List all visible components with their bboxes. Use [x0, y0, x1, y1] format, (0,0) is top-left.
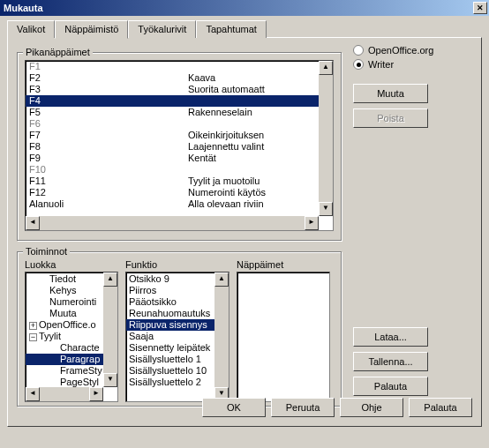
list-item[interactable]: Pääotsikko	[126, 296, 229, 308]
tabs: Valikot Näppäimistö Työkalurivit Tapahtu…	[7, 20, 482, 38]
shortcut-row[interactable]: F6	[26, 118, 333, 130]
scroll-left-icon[interactable]: ◄	[26, 216, 40, 230]
shortcut-row[interactable]: F4	[26, 95, 333, 107]
radio-openoffice[interactable]: OpenOffice.org	[353, 43, 472, 57]
radio-label: OpenOffice.org	[368, 45, 433, 56]
tab-nappaimisto[interactable]: Näppäimistö	[55, 20, 128, 39]
shortcut-row[interactable]: AlanuoliAlla olevaan riviin	[26, 198, 333, 210]
radio-writer[interactable]: Writer	[353, 57, 472, 71]
palauta-bottom-button[interactable]: Palauta	[409, 398, 472, 417]
tallenna-button[interactable]: Tallenna...	[353, 352, 428, 371]
shortcut-row[interactable]: F3Suorita automaatt	[26, 84, 333, 95]
scroll-right-icon[interactable]: ►	[89, 387, 103, 401]
list-item[interactable]: Reunahuomautuks	[126, 308, 229, 319]
shortcut-row[interactable]: F11Tyylit ja muotoilu	[26, 175, 333, 187]
list-item[interactable]: Otsikko 9	[126, 273, 229, 285]
funktio-list[interactable]: Otsikko 9PiirrosPääotsikkoReunahuomautuk…	[125, 272, 229, 402]
scroll-down-icon[interactable]: ▼	[103, 373, 117, 387]
list-item[interactable]: Riippuva sisennys	[126, 319, 229, 331]
radio-icon	[353, 59, 364, 70]
scrollbar-v[interactable]: ▲ ▼	[103, 273, 117, 387]
funktio-label: Funktio	[125, 259, 229, 270]
luokka-list[interactable]: TiedotKehysNumerointiMuuta+OpenOffice.o−…	[25, 272, 118, 402]
shortcut-row[interactable]: F12Numerointi käytös	[26, 187, 333, 198]
scrollbar-h[interactable]: ◄ ►	[26, 387, 103, 401]
palauta-button[interactable]: Palauta	[353, 377, 428, 396]
tab-panel: OpenOffice.org Writer Muuta Poista Lataa…	[7, 37, 482, 427]
ok-button[interactable]: OK	[202, 398, 266, 417]
luokka-label: Luokka	[25, 259, 118, 270]
shortcut-row[interactable]: F8Laajennettu valint	[26, 141, 333, 153]
list-item[interactable]: Sisällysluettelo 2	[126, 377, 229, 388]
shortcut-row[interactable]: F2Kaava	[26, 72, 333, 84]
ohje-button[interactable]: Ohje	[340, 398, 403, 417]
list-item[interactable]: Piirros	[126, 285, 229, 296]
tab-tapahtumat[interactable]: Tapahtumat	[196, 20, 266, 38]
shortcut-row[interactable]: F7Oikeinkirjoituksen	[26, 130, 333, 141]
shortcuts-group: Pikanäppäimet F1F2KaavaF3Suorita automaa…	[17, 52, 342, 241]
list-item[interactable]: Saaja	[126, 331, 229, 342]
tab-valikot[interactable]: Valikot	[7, 20, 55, 38]
shortcut-row[interactable]: F9Kentät	[26, 153, 333, 164]
window-title: Mukauta	[4, 3, 43, 13]
functions-group: Toiminnot Luokka TiedotKehysNumerointiMu…	[17, 251, 342, 407]
muuta-button[interactable]: Muuta	[353, 84, 428, 103]
scrollbar-v[interactable]: ▲ ▼	[319, 61, 333, 216]
scrollbar-h[interactable]: ◄ ►	[26, 216, 319, 230]
shortcut-row[interactable]: F10	[26, 164, 333, 175]
list-item[interactable]: Sisällysluettelo 10	[126, 365, 229, 377]
radio-icon	[353, 45, 364, 56]
list-item[interactable]: Sisennetty leipätek	[126, 342, 229, 354]
side-column: OpenOffice.org Writer Muuta Poista Lataa…	[353, 43, 472, 401]
lataa-button[interactable]: Lataa...	[353, 327, 428, 347]
titlebar: Mukauta ✕	[0, 0, 489, 16]
bottom-buttons: OK Peruuta Ohje Palauta	[202, 398, 472, 417]
peruuta-button[interactable]: Peruuta	[271, 398, 335, 417]
tab-tyokalurivit[interactable]: Työkalurivit	[128, 20, 196, 38]
scroll-up-icon[interactable]: ▲	[214, 273, 229, 287]
dialog-body: Valikot Näppäimistö Työkalurivit Tapahtu…	[0, 16, 489, 434]
scroll-up-icon[interactable]: ▲	[103, 273, 117, 287]
scroll-left-icon[interactable]: ◄	[26, 387, 40, 401]
nappaimet-label: Näppäimet	[237, 259, 330, 270]
shortcut-row[interactable]: F1	[26, 61, 333, 72]
close-icon[interactable]: ✕	[473, 2, 487, 14]
poista-button[interactable]: Poista	[353, 108, 428, 128]
scrollbar-v[interactable]: ▲ ▼	[214, 273, 229, 401]
scroll-right-icon[interactable]: ►	[305, 216, 319, 230]
nappaimet-list[interactable]	[237, 272, 330, 402]
scroll-up-icon[interactable]: ▲	[319, 61, 333, 75]
shortcuts-list[interactable]: F1F2KaavaF3Suorita automaattF4F5Rakennes…	[25, 60, 334, 231]
list-item[interactable]: Sisällysluettelo 1	[126, 354, 229, 365]
shortcut-row[interactable]: F5Rakenneselain	[26, 107, 333, 118]
functions-label: Toiminnot	[23, 246, 70, 257]
scroll-down-icon[interactable]: ▼	[319, 202, 333, 216]
shortcuts-label: Pikanäppäimet	[23, 47, 93, 57]
radio-label: Writer	[368, 59, 394, 70]
